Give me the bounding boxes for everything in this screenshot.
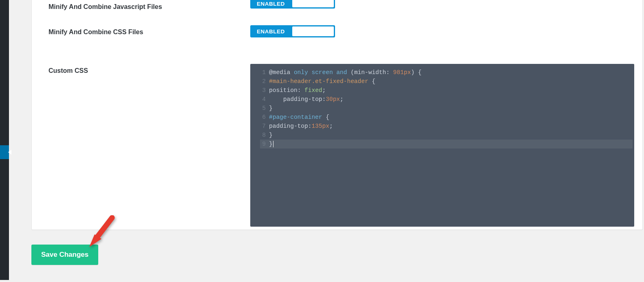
code-line: 1 @media only screen and (min-width: 981… (253, 68, 632, 77)
code-line: 2 #main-header.et-fixed-header { (253, 77, 632, 86)
setting-row-custom-css: Custom CSS 1 @media only screen and (min… (32, 56, 642, 227)
custom-css-editor[interactable]: 1 @media only screen and (min-width: 981… (250, 64, 634, 227)
line-number: 9 (253, 140, 269, 149)
setting-label-minify-css: Minify And Combine CSS Files (49, 25, 250, 36)
chevron-left-icon (8, 150, 11, 155)
code-line: 5 } (253, 104, 632, 113)
setting-label-custom-css: Custom CSS (49, 64, 250, 74)
toggle-knob (292, 26, 334, 36)
code-line: 9 } (253, 140, 632, 149)
sidebar-collapse-button[interactable] (0, 145, 9, 159)
save-changes-button[interactable]: Save Changes (31, 245, 98, 265)
code-line: 7 padding-top:135px; (253, 122, 632, 131)
settings-panel: Minify And Combine Javascript Files ENAB… (31, 0, 643, 230)
code-line: 6 #page-container { (253, 113, 632, 122)
line-number: 8 (253, 131, 269, 140)
setting-label-minify-js: Minify And Combine Javascript Files (49, 0, 250, 11)
line-number: 2 (253, 77, 269, 86)
line-number: 7 (253, 122, 269, 131)
toggle-label: ENABLED (250, 1, 285, 7)
toggle-label: ENABLED (250, 28, 285, 35)
line-number: 5 (253, 104, 269, 113)
toggle-knob (292, 0, 334, 7)
admin-sidebar (0, 0, 9, 280)
line-number: 1 (253, 68, 269, 77)
toggle-minify-js[interactable]: ENABLED (250, 0, 335, 9)
editor-cursor (273, 141, 273, 147)
line-number: 6 (253, 113, 269, 122)
code-line: 3 position: fixed; (253, 86, 632, 95)
setting-row-minify-js: Minify And Combine Javascript Files ENAB… (32, 0, 642, 17)
setting-row-minify-css: Minify And Combine CSS Files ENABLED (32, 17, 642, 56)
line-number: 4 (253, 95, 269, 104)
code-line: 8 } (253, 131, 632, 140)
line-number: 3 (253, 86, 269, 95)
code-line: 4 padding-top:30px; (253, 95, 632, 104)
toggle-minify-css[interactable]: ENABLED (250, 25, 335, 37)
